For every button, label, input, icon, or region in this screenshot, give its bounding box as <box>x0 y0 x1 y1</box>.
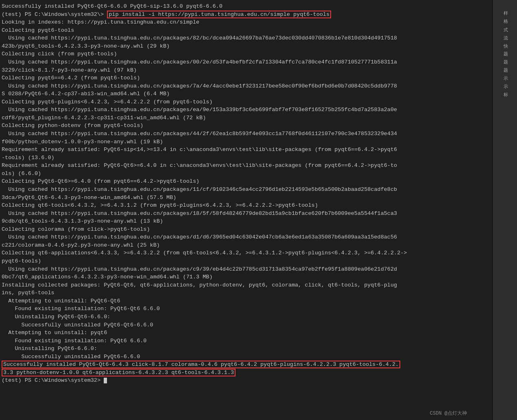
terminal-line: Attempting to uninstall: PyQt6-Qt6 <box>2 297 491 305</box>
terminal-line: Successfully uninstalled PyQt6-Qt6-6.6.0 <box>2 321 491 329</box>
prompt-end-text: (test) PS C:\Windows\system32> <box>2 377 104 383</box>
sidebar-item[interactable]: 标 <box>501 85 510 92</box>
terminal-line: Using cached https://pypi.tuna.tsinghua.… <box>2 130 491 138</box>
terminal-line: pyqt6-tools) <box>2 257 491 265</box>
sidebar-item[interactable]: 题 <box>501 53 510 59</box>
terminal-line: Successfully installed PyQt6-Qt6-6.6.0 P… <box>2 2 491 11</box>
terminal-line: 3dca/PyQt6_Qt6-6.4.3-py3-none-win_amd64.… <box>2 194 491 202</box>
terminal-line: 3.3 python-dotenv-1.0.0 qt6-applications… <box>2 369 491 377</box>
command-box: pip install -i https://pypi.tuna.tsinghu… <box>107 11 331 18</box>
terminal-line: -tools) (13.6.0) <box>2 154 491 162</box>
watermark: CSDN @点灯大神 <box>430 410 467 417</box>
terminal-line: Collecting qt6-applications<6.4.3.3, >=6… <box>2 249 491 257</box>
terminal-line: Using cached https://pypi.tuna.tsinghua.… <box>2 186 491 194</box>
terminal-line: Collecting PyQt6-Qt6>=6.4.0 (from pyqt6=… <box>2 177 491 186</box>
sidebar-item[interactable]: 题 <box>501 45 510 51</box>
terminal-line: Using cached https://pypi.tuna.tsinghua.… <box>2 210 491 218</box>
terminal-line: S 0288/PyQt6-6.4.2-cp37-abi3-win_amd64.w… <box>2 90 491 98</box>
terminal-line: ols) (6.6.0) <box>2 170 491 178</box>
sidebar-item[interactable]: 格 <box>501 12 510 19</box>
terminal-line: 9cdb/qt6_tools-6.4.3.1.3-py3-none-any.wh… <box>2 217 491 225</box>
terminal-line: cdf8/pyqt6_plugins-6.4.2.2.3-cp311-cp311… <box>2 114 491 122</box>
sidebar-item[interactable]: 示 <box>501 77 510 84</box>
terminal-line: Using cached https://pypi.tuna.tsinghua.… <box>2 106 491 114</box>
terminal-line: Requirement already satisfied: PyQt6-Qt6… <box>2 162 491 170</box>
sidebar-item[interactable]: 样 <box>501 4 510 11</box>
terminal-line: Using cached https://pypi.tuna.tsinghua.… <box>2 34 491 42</box>
terminal-line: (test) PS C:\Windows\system32> <box>2 376 491 385</box>
terminal-line: Found existing installation: PyQt6 6.6.0 <box>2 337 491 345</box>
terminal-line: Successfully installed PyQt6-Qt6-6.4.3 c… <box>2 361 491 369</box>
sidebar-item[interactable]: 流 <box>501 28 510 35</box>
terminal-line: f00b/python_dotenv-1.0.0-py3-none-any.wh… <box>2 138 491 146</box>
success-box-end: 3.3 python-dotenv-1.0.0 qt6-applications… <box>2 369 236 376</box>
terminal-line: Found existing installation: PyQt6-Qt6 6… <box>2 305 491 313</box>
terminal-line: Looking in indexes: https://pypi.tuna.ts… <box>2 18 491 26</box>
terminal-output: Successfully installed PyQt6-Qt6-6.6.0 P… <box>2 2 491 385</box>
terminal-line: Using cached https://pypi.tuna.tsinghua.… <box>2 58 491 66</box>
terminal-line: 3229/click-8.1.7-py3-none-any.whl (97 kB… <box>2 66 491 74</box>
terminal-line: Collecting click (from pyqt6-tools) <box>2 50 491 58</box>
terminal-line: ins, pyqt6-tools <box>2 289 491 297</box>
sidebar-item[interactable]: 题 <box>501 61 510 68</box>
terminal-line: Collecting pyqt6-plugins<6.4.2.3, >=6.4.… <box>2 98 491 106</box>
terminal-line: 0bc7/qt6_applications-6.4.3.2.3-py3-none… <box>2 273 491 281</box>
terminal-line: Using cached https://pypi.tuna.tsinghua.… <box>2 82 491 90</box>
terminal-line: Collecting pyqt6==6.4.2 (from pyqt6-tool… <box>2 74 491 82</box>
terminal-line: Attempting to uninstall: pyqt6 <box>2 329 491 337</box>
sidebar-item[interactable]: 快 <box>501 37 510 43</box>
terminal-line: Using cached https://pypi.tuna.tsinghua.… <box>2 233 491 241</box>
terminal-line: Collecting pyqt6-tools <box>2 26 491 35</box>
prompt-text: (test) PS C:\Windows\system32\> <box>2 11 107 18</box>
terminal-line: Requirement already satisfied: PyQt6-sip… <box>2 146 491 154</box>
terminal-line: Collecting colorama (from click->pyqt6-t… <box>2 225 491 234</box>
sidebar-right: 样格式流快题题题示示标 <box>493 0 517 420</box>
terminal-line: Uninstalling PyQt6-6.6.0: <box>2 345 491 353</box>
success-box: Successfully installed PyQt6-Qt6-6.4.3 c… <box>2 361 400 368</box>
sidebar-item[interactable]: 式 <box>501 20 510 27</box>
terminal-line: Using cached https://pypi.tuna.tsinghua.… <box>2 265 491 273</box>
terminal-line: Collecting qt6-tools<6.4.3.2, >=6.4.3.1.… <box>2 201 491 210</box>
sidebar-item[interactable]: 示 <box>501 69 510 76</box>
terminal-line: (test) PS C:\Windows\system32\> pip inst… <box>2 11 491 19</box>
terminal-line: c221/colorama-0.4.6-py2.py3-none-any.whl… <box>2 241 491 249</box>
terminal-line: Installing collected packages: PyQt6-Qt6… <box>2 281 491 289</box>
terminal-line: Successfully uninstalled PyQt6-6.6.0 <box>2 353 491 361</box>
terminal-container: Successfully installed PyQt6-Qt6-6.6.0 P… <box>0 0 492 420</box>
terminal-line: Uninstalling PyQt6-Qt6-6.6.0: <box>2 313 491 321</box>
terminal-line: 423b/pyqt6_tools-6.4.2.3.3-py3-none-any.… <box>2 42 491 50</box>
cursor <box>104 378 107 383</box>
terminal-line: Collecting python-dotenv (from pyqt6-too… <box>2 122 491 130</box>
